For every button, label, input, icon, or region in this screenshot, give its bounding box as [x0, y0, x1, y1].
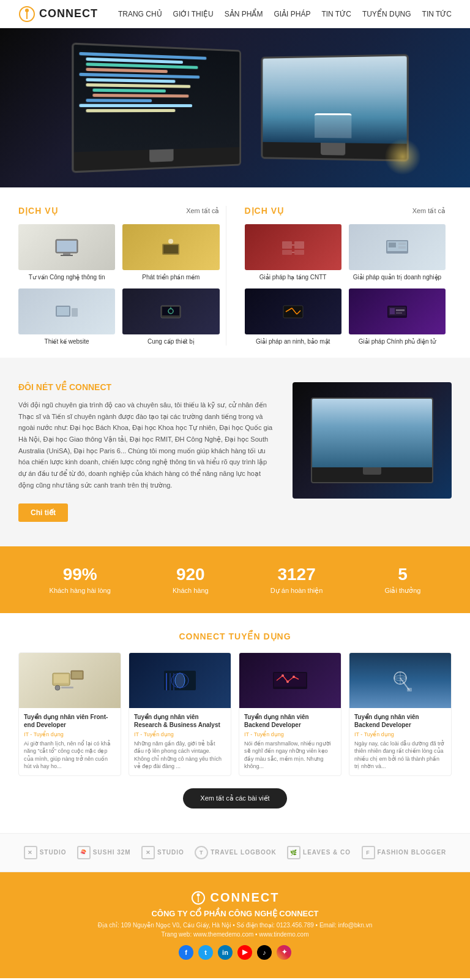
partner-name-4: TRAVEL LOGBOOK: [211, 849, 277, 856]
service-item-4[interactable]: Cung cấp thiết bị: [122, 288, 219, 345]
stat-customers-label: Khách hàng: [173, 587, 209, 594]
footer-logo-text: CONNECT: [211, 891, 280, 905]
svg-rect-17: [282, 241, 292, 249]
service-item-7[interactable]: Giải pháp an ninh, bảo mật: [245, 288, 341, 345]
svg-rect-63: [407, 688, 412, 692]
logo-text: CONNECT: [39, 7, 98, 20]
job-card-2[interactable]: Tuyển dụng nhân viên Research & Business…: [129, 652, 231, 776]
svg-rect-19: [282, 250, 292, 255]
footer-address: Địa chỉ: 109 Nguyễn Ngọc Vũ, Cầu Giấy, H…: [18, 922, 452, 929]
about-image: [293, 382, 452, 499]
service-name-3: Thiết kế website: [18, 337, 115, 345]
monitor-stand-right: [321, 143, 345, 156]
svg-rect-11: [57, 307, 69, 315]
about-monitor: [311, 398, 433, 483]
job-image-1: [19, 653, 121, 708]
svg-point-47: [175, 673, 185, 688]
svg-point-65: [196, 893, 200, 896]
service-img-icon-5: [281, 239, 305, 256]
partner-icon-6: F: [362, 846, 375, 859]
job-card-4[interactable]: Tuyển dụng nhân viên Backend Developer I…: [349, 652, 452, 776]
stat-customers-number: 920: [173, 565, 209, 584]
partner-fashion: F FASHION BLOGGER: [362, 846, 447, 859]
service-img-icon-1: [54, 238, 79, 257]
partner-name-2: sushi 32M: [93, 849, 131, 856]
footer-logo: CONNECT: [18, 891, 452, 905]
nav-trang-chu[interactable]: TRANG CHỦ: [118, 10, 162, 18]
partner-name-1: STUDIO: [40, 849, 67, 856]
job-card-1[interactable]: Tuyển dụng nhân viên Front-end Developer…: [18, 652, 121, 776]
service-item-2[interactable]: Phát triển phần mềm: [122, 224, 219, 281]
logo: CONNECT: [18, 6, 98, 23]
svg-rect-8: [163, 245, 178, 254]
recruitment-section: CONNECT TUYỂN DỤNG Tuyển dụng nhân viên …: [0, 613, 470, 833]
job-image-icon-3: [272, 668, 308, 693]
job-card-3[interactable]: Tuyển dụng nhân viên Backend Developer I…: [239, 652, 341, 776]
service-item-3[interactable]: Thiết kế website: [18, 288, 115, 345]
stat-awards: 5 Giải thưởng: [384, 565, 420, 595]
partner-travel: T TRAVEL LOGBOOK: [195, 846, 277, 859]
svg-rect-25: [389, 243, 396, 247]
service-item-1[interactable]: Tư vấn Công nghệ thông tin: [18, 224, 115, 281]
nav-tin-tuc-2[interactable]: TIN TỨC: [422, 10, 452, 18]
service-item-6[interactable]: Giải pháp quản trị doanh nghiệp: [349, 224, 446, 281]
services-right-title: DỊCH VỤ: [245, 206, 285, 216]
service-name-2: Phát triển phần mềm: [122, 273, 219, 281]
job-meta-4: IT - Tuyển dụng: [354, 731, 446, 737]
partner-name-3: STUDIO: [157, 849, 184, 856]
svg-rect-20: [294, 250, 304, 255]
nav-tuyen-dung[interactable]: TUYỂN DỤNG: [362, 10, 411, 18]
svg-rect-42: [61, 687, 73, 688]
service-name-7: Giải pháp an ninh, bảo mật: [245, 337, 341, 345]
social-facebook[interactable]: f: [179, 945, 193, 960]
monitor-screen-left: [74, 45, 240, 152]
nav-giai-phap[interactable]: GIẢI PHÁP: [274, 10, 310, 18]
social-youtube[interactable]: ▶: [237, 945, 252, 960]
services-left-link[interactable]: Xem tất cả: [186, 207, 219, 215]
service-img-icon-3: [54, 303, 79, 320]
job-desc-1: Ai giờ thanh lịch, nên nổ lại có khả năn…: [24, 740, 116, 771]
service-item-5[interactable]: Giải pháp hạ tầng CNTT: [245, 224, 341, 281]
services-right-link[interactable]: Xem tất cả: [412, 207, 446, 215]
svg-rect-27: [398, 246, 406, 249]
svg-rect-18: [294, 241, 304, 249]
services-right-grid: Giải pháp hạ tầng CNTT Giải pháp quản tr…: [245, 224, 446, 345]
hero-banner: [0, 28, 470, 187]
social-linkedin[interactable]: in: [218, 945, 233, 960]
partner-studio-2: ✕ STUDIO: [141, 846, 184, 859]
nav-gioi-thieu[interactable]: GIỚI THIỆU: [173, 10, 214, 18]
main-nav: TRANG CHỦ GIỚI THIỆU SẢN PHẨM GIẢI PHÁP …: [118, 10, 452, 18]
social-tiktok[interactable]: ♪: [257, 945, 272, 960]
services-left-header: DỊCH VỤ Xem tất cả: [18, 206, 220, 216]
svg-point-56: [286, 680, 289, 683]
monitor-screen-right: [263, 56, 406, 144]
service-item-8[interactable]: Giải pháp Chính phủ điện tử: [349, 288, 446, 345]
services-section: DỊCH VỤ Xem tất cả Tư vấn Công nghệ thôn…: [0, 187, 470, 358]
svg-point-9: [168, 239, 173, 244]
job-meta-2: IT - Tuyển dụng: [134, 731, 226, 737]
job-image-icon-2: [162, 668, 198, 693]
svg-rect-40: [72, 672, 82, 678]
monitor-stand-left: [149, 149, 173, 162]
svg-point-1: [25, 9, 29, 12]
service-img-icon-8: [386, 304, 408, 319]
job-desc-3: Nói đến marshmallow, nhiều người sẽ nghĩ…: [244, 740, 336, 771]
about-detail-button[interactable]: Chi tiết: [18, 503, 68, 522]
nav-san-pham[interactable]: SẢN PHẨM: [225, 10, 263, 18]
social-instagram[interactable]: ✦: [277, 945, 291, 960]
job-image-3: [239, 653, 341, 708]
jobs-grid: Tuyển dụng nhân viên Front-end Developer…: [18, 652, 452, 776]
services-right: DỊCH VỤ Xem tất cả Giải pháp hạ tầng CNT…: [239, 206, 452, 345]
service-name-1: Tư vấn Công nghệ thông tin: [18, 273, 115, 281]
partner-icon-2: 🍣: [77, 846, 91, 859]
footer-company: CÔNG TY CỔ PHẦN CÔNG NGHỆ CONNECT: [18, 909, 452, 918]
social-twitter[interactable]: t: [198, 945, 213, 960]
service-name-4: Cung cấp thiết bị: [122, 337, 219, 345]
svg-rect-4: [57, 241, 76, 252]
view-all-button[interactable]: Xem tất cả các bài viết: [183, 788, 286, 809]
job-image-4: [349, 653, 451, 708]
stat-awards-number: 5: [384, 565, 420, 584]
svg-rect-34: [390, 308, 395, 314]
nav-tin-tuc[interactable]: TIN TỨC: [321, 10, 351, 18]
service-img-icon-6: [385, 239, 409, 256]
